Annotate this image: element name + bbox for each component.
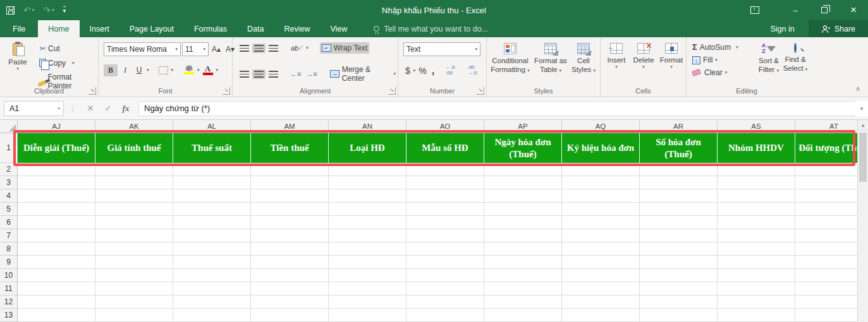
font-name-select[interactable]: Times New Roma▾ [104,42,181,56]
bottom-align-button[interactable] [267,44,280,53]
cancel-entry-icon[interactable]: ✕ [82,101,99,116]
bold-button[interactable]: B [104,64,118,76]
copy-button[interactable]: Copy▾ [35,57,98,69]
sort-filter-button[interactable]: AZ Sort & Filter ▾ [755,40,783,85]
wrap-text-button[interactable]: ↵Wrap Text [320,42,370,54]
minimize-button[interactable]: – [781,0,810,20]
orientation-dropdown-icon[interactable]: ▾ [306,45,309,51]
increase-indent-button[interactable]: →≡ [304,69,319,79]
underline-dropdown-icon[interactable]: ▾ [147,68,149,73]
column-header[interactable]: AJ [18,120,95,133]
collapse-ribbon-icon[interactable]: ∧ [855,85,860,93]
column-header[interactable]: AT [795,120,857,133]
decrease-indent-button[interactable]: ←≡ [288,69,303,79]
header-cell[interactable]: Tiền thuế [251,133,329,163]
ribbon-display-options-icon[interactable] [740,0,769,20]
row-header[interactable]: 9 [0,256,18,269]
header-cell[interactable]: Số hóa đơn (Thuế) [640,133,718,163]
header-cell[interactable]: Giá tính thuế [95,133,173,163]
column-header[interactable]: AN [329,120,406,133]
row-header[interactable]: 8 [0,242,18,256]
paste-button[interactable]: Paste▾ [4,40,32,85]
currency-format-button[interactable]: $ [403,64,412,77]
conditional-formatting-button[interactable]: Conditional Formatting ▾ [489,40,531,85]
row-header[interactable]: 11 [0,282,18,295]
tab-review[interactable]: Review [274,20,320,37]
row-header[interactable]: 7 [0,229,18,242]
header-cell[interactable]: Nhóm HHDV [718,133,795,163]
expand-formula-bar-icon[interactable]: ▾ [855,101,868,116]
select-all-corner[interactable] [0,120,18,133]
increase-decimal-button[interactable]: ←.0 .00 [444,64,465,78]
row-header[interactable]: 13 [0,309,18,322]
fill-color-dropdown-icon[interactable]: ▾ [197,68,200,73]
row-header[interactable]: 1 [0,133,18,163]
format-as-table-button[interactable]: Format as Table ▾ [532,40,569,85]
scrollbar-thumb[interactable] [859,133,867,182]
column-header[interactable]: AM [251,120,329,133]
row-header[interactable]: 6 [0,216,18,229]
cell-styles-button[interactable]: Cell Styles ▾ [569,40,598,85]
column-header[interactable]: AO [406,120,484,133]
decrease-decimal-button[interactable]: .00 →.0 [465,64,486,78]
delete-cells-button[interactable]: Delete▾ [630,40,657,85]
formula-input[interactable]: Ngày chứng từ (*) [138,101,855,116]
grow-font-button[interactable]: A▴ [210,44,223,55]
font-color-button[interactable]: A [201,64,215,76]
alignment-dialog-launcher-icon[interactable]: ↘ [388,87,396,95]
clear-button[interactable]: Clear▾ [690,67,740,78]
percent-format-button[interactable]: % [417,64,428,77]
row-header[interactable]: 2 [0,163,18,176]
tab-insert[interactable]: Insert [80,20,119,37]
borders-dropdown-icon[interactable]: ▾ [171,68,174,73]
close-button[interactable]: × [839,0,868,20]
orientation-button[interactable]: ab⟋ [289,43,305,53]
row-header[interactable]: 4 [0,189,18,203]
insert-cells-button[interactable]: Insert▾ [603,40,630,85]
column-header[interactable]: AL [173,120,251,133]
column-header[interactable]: AR [640,120,718,133]
row-header[interactable]: 5 [0,203,18,216]
header-cell[interactable]: Đối tượng (Thuế) [795,133,857,163]
fill-button[interactable]: ↓Fill▾ [690,54,740,66]
sheet-grid[interactable] [18,163,857,322]
column-header[interactable]: AK [95,120,173,133]
share-button[interactable]: Share [809,20,868,37]
font-size-select[interactable]: 11▾ [182,42,209,56]
number-dialog-launcher-icon[interactable]: ↘ [477,87,484,95]
merge-center-button[interactable]: ↔Merge & Center▾ [328,64,398,84]
column-header[interactable]: AP [484,120,562,133]
column-header[interactable]: AQ [562,120,640,133]
sign-in-button[interactable]: Sign in [756,20,808,37]
font-dialog-launcher-icon[interactable]: ↘ [223,87,230,95]
confirm-entry-icon[interactable]: ✓ [99,101,117,116]
tab-data[interactable]: Data [237,20,274,37]
align-left-button[interactable] [238,69,251,79]
align-right-button[interactable] [267,69,280,79]
tab-file[interactable]: File [0,20,38,37]
borders-button[interactable] [157,65,170,76]
restore-button[interactable] [810,0,839,20]
vertical-scrollbar[interactable]: ▲ [857,120,868,322]
row-header[interactable]: 12 [0,295,18,309]
tab-formulas[interactable]: Formulas [184,20,237,37]
tab-page-layout[interactable]: Page Layout [119,20,184,37]
header-cell[interactable]: Ngày hóa đơn (Thuế) [484,133,562,163]
top-align-button[interactable] [238,44,251,53]
fill-color-button[interactable] [182,64,196,76]
row-header[interactable]: 3 [0,176,18,189]
underline-button[interactable]: U [133,64,145,76]
tell-me-box[interactable]: Tell me what you want to do... [374,20,488,37]
comma-format-button[interactable]: , [430,64,436,78]
column-header[interactable]: AS [718,120,795,133]
header-cell[interactable]: Thuế suất [173,133,251,163]
currency-dropdown-icon[interactable]: ▾ [413,68,416,73]
name-box-dropdown-icon[interactable]: ▾ [58,106,60,111]
number-format-select[interactable]: Text▾ [403,42,480,56]
header-cell[interactable]: Diễn giải (Thuế) [18,133,95,163]
clipboard-dialog-launcher-icon[interactable]: ↘ [89,87,96,95]
name-box[interactable]: A1▾ [4,101,64,116]
header-cell[interactable]: Mẫu số HĐ [406,133,484,163]
middle-align-button[interactable] [252,44,266,53]
header-cell[interactable]: Ký hiệu hóa đơn [562,133,640,163]
